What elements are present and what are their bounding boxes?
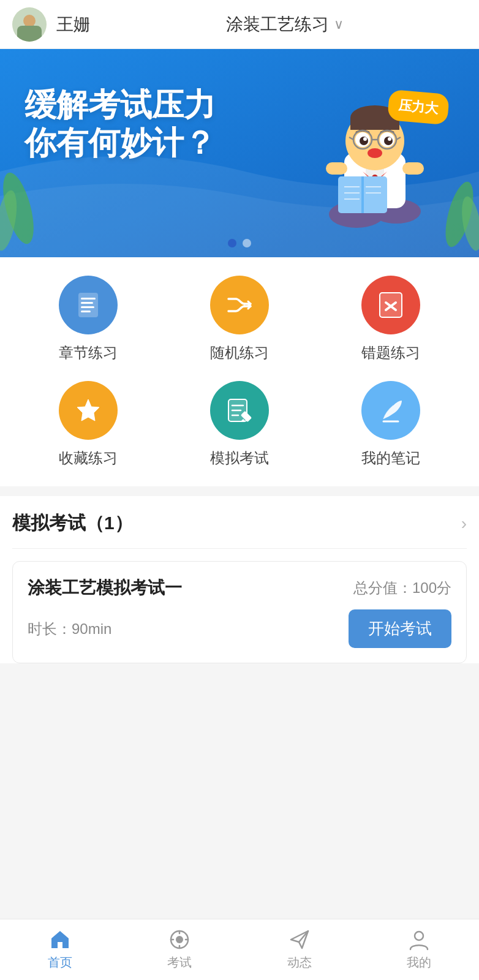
- nav-item-feed[interactable]: 动态: [240, 929, 360, 971]
- my-notes-item[interactable]: 我的笔记: [315, 381, 467, 468]
- shuffle-icon: [224, 289, 255, 321]
- svg-rect-44: [81, 311, 91, 312]
- feed-icon: [289, 929, 311, 951]
- mock-exam-icon-circle: [210, 381, 269, 440]
- nav-item-exam[interactable]: 考试: [120, 929, 240, 971]
- pressure-badge: 压力大: [387, 89, 450, 125]
- svg-rect-38: [326, 162, 347, 175]
- favorite-practice-item[interactable]: 收藏练习: [12, 381, 164, 468]
- svg-point-4: [25, 16, 34, 26]
- wrong-practice-item[interactable]: 错题练习: [315, 276, 467, 363]
- banner-dots: [228, 239, 251, 247]
- random-practice-icon-circle: [210, 276, 269, 334]
- exam-section: 模拟考试（1） › 涂装工艺模拟考试一 总分值：100分 时长：90min 开始…: [0, 496, 479, 663]
- svg-rect-43: [81, 306, 94, 308]
- username-label: 王姗: [56, 13, 91, 36]
- exam-edit-icon: [224, 394, 255, 426]
- avatar[interactable]: [12, 7, 47, 42]
- chapter-practice-item[interactable]: 章节练习: [12, 276, 164, 363]
- chapter-practice-label: 章节练习: [59, 343, 118, 363]
- svg-point-23: [363, 137, 367, 141]
- course-title: 涂装工艺练习: [226, 13, 329, 36]
- my-notes-icon-circle: [361, 381, 420, 440]
- svg-marker-49: [77, 399, 99, 421]
- header-title-area: 涂装工艺练习 ∨: [103, 13, 467, 36]
- exam-card-top: 涂装工艺模拟考试一 总分值：100分: [28, 576, 451, 600]
- exam-card: 涂装工艺模拟考试一 总分值：100分 时长：90min 开始考试: [12, 561, 467, 663]
- svg-rect-3: [17, 26, 42, 42]
- random-practice-item[interactable]: 随机练习: [164, 276, 315, 363]
- exam-card-duration: 时长：90min: [28, 619, 111, 639]
- star-icon: [72, 394, 104, 426]
- home-icon: [49, 929, 71, 951]
- nav-item-home[interactable]: 首页: [0, 929, 120, 971]
- banner: 缓解考试压力 你有何妙计？: [0, 49, 479, 257]
- wrong-book-icon: [375, 289, 407, 321]
- nav-label-profile: 我的: [407, 954, 431, 971]
- start-exam-button[interactable]: 开始考试: [349, 609, 451, 648]
- exam-section-title: 模拟考试（1）: [12, 511, 133, 536]
- bottom-nav: 首页 考试 动态: [0, 919, 479, 980]
- note-icon: [375, 394, 407, 426]
- nav-label-exam: 考试: [167, 954, 192, 971]
- exam-nav-icon: [168, 929, 190, 951]
- icon-grid: 章节练习 随机练习 错题练习: [0, 257, 479, 486]
- dot-2[interactable]: [243, 239, 251, 247]
- dot-1[interactable]: [228, 239, 236, 247]
- svg-point-65: [415, 932, 423, 940]
- svg-point-25: [368, 148, 382, 158]
- svg-rect-32: [361, 176, 364, 213]
- mock-exam-label: 模拟考试: [210, 448, 269, 468]
- banner-line2: 你有何妙计？: [25, 124, 216, 162]
- document-icon: [72, 289, 104, 321]
- svg-point-59: [176, 936, 183, 943]
- header: 王姗 涂装工艺练习 ∨: [0, 0, 479, 49]
- mock-exam-item[interactable]: 模拟考试: [164, 381, 315, 468]
- exam-card-bottom: 时长：90min 开始考试: [28, 609, 451, 648]
- favorite-practice-icon-circle: [59, 381, 118, 440]
- exam-card-score: 总分值：100分: [353, 578, 451, 598]
- banner-line1: 缓解考试压力: [25, 86, 216, 124]
- wrong-practice-label: 错题练习: [361, 343, 420, 363]
- svg-point-24: [388, 137, 391, 141]
- banner-character: 压力大: [295, 74, 454, 245]
- profile-icon: [408, 929, 430, 951]
- bottom-spacer: [0, 676, 479, 749]
- banner-text: 缓解考试压力 你有何妙计？: [25, 86, 216, 162]
- chevron-down-icon[interactable]: ∨: [334, 17, 344, 32]
- wrong-practice-icon-circle: [361, 276, 420, 334]
- section-divider: [0, 486, 479, 496]
- svg-rect-39: [402, 162, 424, 175]
- favorite-practice-label: 收藏练习: [59, 448, 118, 468]
- chevron-right-icon[interactable]: ›: [461, 514, 467, 533]
- nav-label-feed: 动态: [287, 954, 312, 971]
- nav-item-profile[interactable]: 我的: [360, 929, 480, 971]
- exam-card-name: 涂装工艺模拟考试一: [28, 576, 182, 600]
- exam-section-header[interactable]: 模拟考试（1） ›: [12, 496, 467, 549]
- nav-label-home: 首页: [48, 954, 72, 971]
- svg-rect-42: [81, 302, 93, 304]
- my-notes-label: 我的笔记: [361, 448, 420, 468]
- random-practice-label: 随机练习: [210, 343, 269, 363]
- svg-rect-18: [350, 118, 399, 130]
- chapter-practice-icon-circle: [59, 276, 118, 334]
- svg-rect-40: [78, 293, 98, 317]
- svg-rect-41: [81, 298, 96, 300]
